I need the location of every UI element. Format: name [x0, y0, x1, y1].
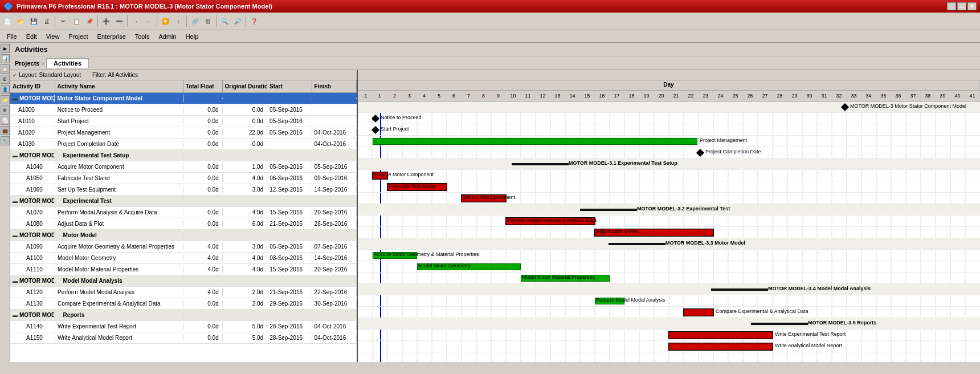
table-row[interactable]: A1110 Model Motor Material Properties 4.… — [10, 264, 357, 275]
menu-enterprise[interactable]: Enterprise — [93, 32, 130, 41]
th-activity-id[interactable]: Activity ID — [10, 80, 55, 92]
day-num-4: 4 — [417, 91, 432, 101]
zoom-in-btn[interactable]: 🔍 — [218, 15, 231, 27]
filter-btn[interactable]: 🔽 — [159, 15, 172, 27]
gantt-summary-bar — [512, 163, 569, 165]
sidebar-icon-2[interactable]: 📊 — [1, 54, 10, 63]
sort-btn[interactable]: ↕ — [172, 15, 185, 27]
cut-btn[interactable]: ✂ — [57, 15, 70, 27]
sidebar-icon-5[interactable]: 👤 — [1, 85, 10, 94]
save-btn[interactable]: 💾 — [27, 15, 40, 27]
breadcrumb-parent[interactable]: Projects — [15, 60, 39, 67]
table-row[interactable]: ▬MOTOR MODEL-3.1 Experimental Test Setup — [10, 150, 357, 161]
sidebar-icon-6[interactable]: 📁 — [1, 95, 10, 104]
gantt-row: MOTOR MODEL-3 Motor Stator Component Mod… — [358, 101, 980, 113]
gantt-row: Model Motor Geometry — [358, 261, 980, 273]
table-row[interactable]: ▬MOTOR MODEL-3.3 Motor Model — [10, 230, 357, 241]
table-row[interactable]: A1100 Model Motor Geometry 4.0d 4.0d 08-… — [10, 253, 357, 264]
minimize-button[interactable]: _ — [947, 2, 956, 10]
table-row[interactable]: A1060 Set Up Test Equipment 0.0d 3.0d 12… — [10, 184, 357, 196]
sep6 — [216, 15, 217, 27]
help-btn[interactable]: ❓ — [248, 15, 260, 27]
table-row[interactable]: ▬MOTOR MODEL-3.4 Model Modal Analysis — [10, 275, 357, 287]
th-finish[interactable]: Finish — [312, 80, 357, 92]
table-row[interactable]: A1090 Acquire Motor Geometry & Material … — [10, 241, 357, 253]
th-activity-name[interactable]: Activity Name — [55, 80, 183, 92]
maximize-button[interactable]: □ — [957, 2, 966, 10]
table-row[interactable]: ▬MOTOR MODEL-3.2 Experimental Test — [10, 196, 357, 207]
cell-finish: 09-Sep-2016 — [312, 174, 357, 182]
cell-id: ▬MOTOR MODEL-3.3 — [10, 231, 55, 239]
menu-admin[interactable]: Admin — [154, 32, 181, 41]
collapse-icon[interactable]: ▬ — [13, 96, 18, 101]
menu-help[interactable]: Help — [181, 32, 203, 41]
table-row[interactable]: A1080 Adjust Data & Plot 0.0d 6.0d 21-Se… — [10, 218, 357, 230]
gantt-bar-label: Notice to Proceed — [381, 115, 422, 120]
table-row[interactable]: A1000 Notice to Proceed 0.0d 0.0d 05-Sep… — [10, 104, 357, 116]
th-start[interactable]: Start — [267, 80, 312, 92]
day-num-41: 41 — [965, 91, 980, 101]
collapse-icon[interactable]: ▬ — [13, 312, 18, 318]
cell-name: Fabricate Test Stand — [55, 174, 183, 182]
cell-name: Write Experimental Test Report — [55, 323, 183, 330]
cell-float: 0.0d — [183, 174, 223, 182]
table-row[interactable]: A1020 Project Management 0.0d 22.0d 05-S… — [10, 127, 357, 139]
cell-finish: 04-Oct-2016 — [312, 334, 357, 342]
link-btn[interactable]: 🔗 — [189, 15, 201, 27]
th-total-float[interactable]: Total Float — [183, 80, 223, 92]
close-button[interactable]: ✕ — [967, 2, 977, 10]
table-row[interactable]: ▬MOTOR MODEL-3 Motor Stator Component Mo… — [10, 93, 357, 104]
gantt-bar-label: Project Management — [700, 137, 747, 143]
cell-start: 15-Sep-2016 — [267, 209, 312, 216]
cell-float: 0.0d — [183, 117, 223, 125]
delete-btn[interactable]: ➖ — [113, 15, 125, 27]
collapse-icon[interactable]: ▬ — [13, 198, 18, 204]
table-row[interactable]: ▬MOTOR MODEL-3.5 Reports — [10, 310, 357, 321]
sidebar-icon-10[interactable]: 🔧 — [1, 136, 10, 145]
tab-activities[interactable]: Activities — [46, 58, 89, 68]
menu-file[interactable]: File — [2, 32, 22, 41]
cell-id: ▬MOTOR MODEL-3 — [10, 95, 55, 102]
gantt-bar-label: Acquire Motor Component — [374, 172, 434, 177]
activity-area: ✓ Layout: Standard Layout Filter: All Ac… — [10, 70, 980, 362]
print-btn[interactable]: 🖨 — [40, 15, 53, 27]
outdent-btn[interactable]: ← — [142, 15, 155, 27]
collapse-icon[interactable]: ▬ — [13, 278, 18, 284]
new-btn[interactable]: 📄 — [1, 15, 14, 27]
sidebar-icon-7[interactable]: ⚙ — [1, 105, 10, 115]
sidebar-icon-1[interactable]: ▶ — [1, 44, 10, 53]
cell-dur: 0.0d — [223, 106, 268, 113]
collapse-icon[interactable]: ▬ — [13, 153, 18, 158]
cell-finish: 20-Sep-2016 — [312, 266, 357, 273]
table-row[interactable]: A1010 Start Project 0.0d 0.0d 05-Sep-201… — [10, 116, 357, 127]
unlink-btn[interactable]: ⛓ — [202, 15, 214, 27]
day-num-33: 33 — [847, 91, 861, 101]
zoom-out-btn[interactable]: 🔎 — [231, 15, 244, 27]
paste-btn[interactable]: 📌 — [83, 15, 96, 27]
collapse-icon[interactable]: ▬ — [13, 233, 18, 238]
copy-btn[interactable]: 📋 — [70, 15, 83, 27]
sidebar-icon-3[interactable]: 📋 — [1, 64, 10, 74]
table-body: ▬MOTOR MODEL-3 Motor Stator Component Mo… — [10, 93, 357, 362]
menu-edit[interactable]: Edit — [22, 32, 42, 41]
menu-tools[interactable]: Tools — [130, 32, 154, 41]
menu-project[interactable]: Project — [64, 32, 92, 41]
sidebar-icon-4[interactable]: 🗓 — [1, 75, 10, 84]
table-row[interactable]: A1140 Write Experimental Test Report 0.0… — [10, 321, 357, 332]
table-row[interactable]: A1030 Project Completion Date 0.0d 0.0d … — [10, 139, 357, 150]
add-btn[interactable]: ➕ — [100, 15, 112, 27]
table-row[interactable]: A1130 Compare Experimental & Analytical … — [10, 298, 357, 310]
table-row[interactable]: A1120 Perform Model Modal Analysis 4.0d … — [10, 287, 357, 298]
menu-view[interactable]: View — [42, 32, 64, 41]
th-original-duration[interactable]: Original Duration — [223, 80, 268, 92]
table-row[interactable]: A1050 Fabricate Test Stand 0.0d 4.0d 06-… — [10, 173, 357, 184]
day-num-23: 23 — [699, 91, 713, 101]
table-row[interactable]: A1150 Write Analytical Model Report 0.0d… — [10, 332, 357, 344]
indent-btn[interactable]: → — [129, 15, 142, 27]
sidebar-icon-8[interactable]: 📈 — [1, 116, 10, 125]
table-row[interactable]: A1070 Perform Modal Analysis & Acquire D… — [10, 207, 357, 218]
day-num-27: 27 — [758, 91, 773, 101]
table-row[interactable]: A1040 Acquire Motor Component 0.0d 1.0d … — [10, 161, 357, 173]
open-btn[interactable]: 📂 — [14, 15, 27, 27]
sidebar-icon-9[interactable]: 💼 — [1, 126, 10, 135]
